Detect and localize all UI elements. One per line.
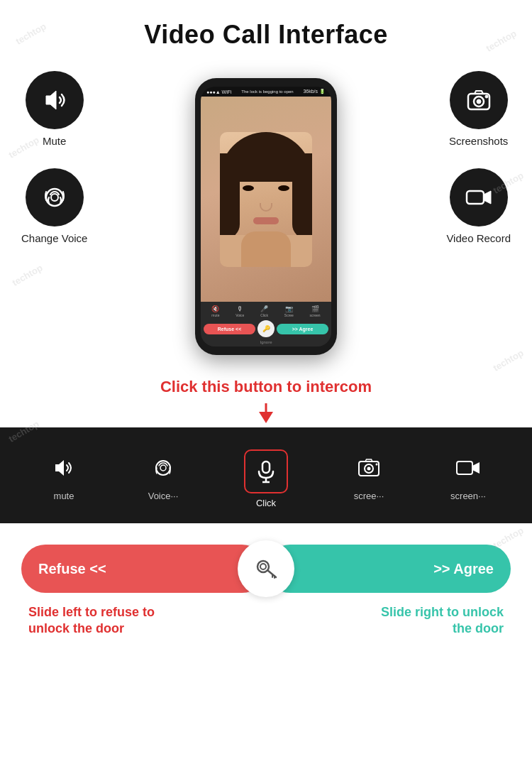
dark-scree-icon-wrap[interactable]	[350, 449, 387, 486]
phone-battery: 36kb/s 🔋	[303, 89, 326, 94]
agree-label: >> Agree	[433, 561, 494, 577]
dark-voice-icon	[150, 455, 176, 481]
dark-click-label: Click	[256, 498, 276, 508]
phone-agree-button[interactable]: >> Agree	[277, 324, 328, 334]
left-icons: Mute Change Voice	[21, 71, 87, 244]
dark-control-bar: mute Voice···	[0, 427, 532, 523]
phone-ctrl-screenrec[interactable]: 🎬 screen	[310, 305, 321, 317]
svg-point-1	[51, 194, 58, 201]
phone-refuse-button[interactable]: Refuse <<	[204, 324, 255, 334]
dark-video-icon	[455, 455, 481, 481]
agree-side[interactable]: >> Agree	[266, 545, 511, 593]
dark-voice-icon-wrap[interactable]	[145, 449, 182, 486]
right-eye	[278, 185, 289, 191]
screenshots-label: Screenshots	[449, 135, 508, 147]
change-voice-icon	[39, 182, 70, 213]
phone-mute-label: mute	[211, 313, 219, 317]
hair-right	[292, 153, 312, 239]
phone-signal: ●●●▲ WiFi	[206, 89, 232, 94]
phone-ctrl-voice[interactable]: 🎙 Voice	[235, 305, 244, 317]
dark-click-icon-wrap[interactable]	[248, 453, 284, 490]
svg-point-20	[260, 564, 266, 569]
svg-rect-6	[467, 191, 484, 204]
slide-right-label: Slide right to unlock the door	[362, 604, 504, 638]
arrow-icon	[255, 402, 277, 425]
change-voice-icon-circle[interactable]	[26, 168, 84, 226]
phone-action-bar: Refuse << 🔑 >> Agree	[204, 320, 328, 337]
phone-click-icon: 🎤	[260, 305, 268, 312]
speaker-icon	[40, 86, 69, 114]
phone-screenshot-icon: 📷	[285, 305, 293, 312]
dark-mute-item: mute	[45, 449, 82, 501]
refuse-label: Refuse <<	[38, 561, 106, 577]
slide-pill: Refuse << >> Agree	[21, 545, 511, 593]
change-voice-block: Change Voice	[21, 168, 87, 244]
phone-status-bar: ●●●▲ WiFi The lock is begging to open 36…	[201, 87, 331, 97]
hair-left	[220, 153, 240, 239]
dark-bar-icons: mute Voice···	[0, 442, 532, 508]
phone-voice-icon: 🎙	[237, 305, 243, 312]
dark-voice-item: Voice···	[145, 449, 182, 501]
phone-key-button[interactable]: 🔑	[257, 320, 275, 337]
dark-screenrec-item: screen···	[450, 449, 487, 501]
mute-label: Mute	[43, 135, 66, 147]
phone-screenrec-icon: 🎬	[311, 305, 319, 312]
intercom-label: Click this button to intercom	[0, 369, 532, 402]
phone-video-area	[201, 97, 331, 302]
dark-scree-label: scree···	[354, 491, 384, 501]
phone-mute-icon: 🔇	[211, 305, 219, 312]
video-record-block: Video Record	[446, 168, 511, 244]
mute-icon-circle[interactable]	[26, 71, 84, 129]
svg-point-5	[485, 95, 488, 98]
video-record-icon	[464, 182, 494, 212]
svg-point-10	[160, 465, 166, 471]
phone-ctrl-mute[interactable]: 🔇 mute	[211, 305, 219, 317]
change-voice-label: Change Voice	[21, 232, 87, 244]
slide-section: Refuse << >> Agree Slide left to refuse …	[0, 523, 532, 638]
svg-rect-18	[457, 462, 472, 474]
right-icons: Screenshots Video Record	[446, 71, 511, 244]
lips	[253, 217, 279, 224]
neckline	[241, 231, 291, 267]
screenshots-icon-circle[interactable]	[450, 71, 508, 129]
phone-ctrl-click[interactable]: 🎤 Click	[260, 305, 268, 317]
slide-labels: Slide left to refuse to unlock the door …	[21, 593, 511, 638]
refuse-side[interactable]: Refuse <<	[21, 545, 266, 593]
svg-rect-11	[262, 462, 270, 473]
dark-click-item: Click	[244, 449, 288, 508]
phone-screenshot-label: Scree	[284, 313, 294, 317]
phone-click-label: Click	[260, 313, 268, 317]
phone-face-container	[220, 132, 312, 267]
left-eye	[243, 185, 254, 191]
dark-microphone-icon	[253, 459, 279, 484]
phone-screen: ●●●▲ WiFi The lock is begging to open 36…	[201, 87, 331, 346]
dark-screenrec-icon-wrap[interactable]	[450, 449, 487, 486]
slide-left-label: Slide left to refuse to unlock the door	[28, 604, 170, 638]
camera-icon	[464, 85, 494, 115]
mute-block: Mute	[26, 71, 84, 147]
dark-voice-label: Voice···	[148, 491, 179, 501]
phone-ctrl-screenshot[interactable]: 📷 Scree	[284, 305, 294, 317]
dark-speaker-icon	[51, 455, 77, 481]
red-arrow	[0, 402, 532, 427]
key-center[interactable]	[238, 540, 294, 597]
svg-point-4	[477, 99, 481, 104]
dark-camera-icon	[356, 455, 382, 481]
dark-click-icon-container	[244, 449, 288, 493]
intercom-text: Click this button to intercom	[160, 378, 372, 395]
dark-screen-label: screen···	[450, 491, 486, 501]
svg-point-17	[376, 464, 378, 466]
svg-marker-8	[259, 412, 273, 423]
phone-notification-text: The lock is begging to open	[241, 89, 293, 94]
dark-mute-label: mute	[54, 491, 74, 501]
page-title: Video Call Interface	[0, 0, 532, 64]
svg-point-16	[367, 467, 371, 471]
dark-scree-item: scree···	[350, 449, 387, 501]
key-icon	[253, 556, 279, 581]
phone-ignore-label: Ignore	[204, 340, 328, 344]
dark-mute-icon-wrap[interactable]	[45, 449, 82, 486]
video-record-icon-circle[interactable]	[450, 168, 508, 226]
phone-screenrec-label: screen	[310, 313, 321, 317]
video-record-label: Video Record	[446, 232, 511, 244]
top-section: Mute Change Voice ●●●▲ WiFi	[0, 64, 532, 369]
